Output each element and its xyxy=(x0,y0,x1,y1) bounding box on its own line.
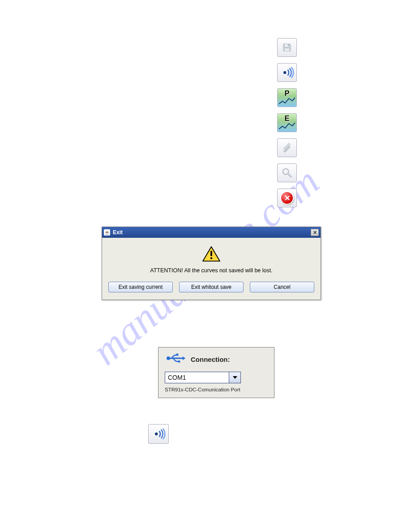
svg-rect-7 xyxy=(210,251,212,256)
connection-description: STR91x-CDC-Comunication Port xyxy=(165,387,268,392)
dialog-titlebar: ☕ Exit ✕ xyxy=(102,227,321,238)
toolbar: P E xyxy=(277,38,297,207)
chart-p-icon[interactable]: P xyxy=(277,88,297,107)
svg-point-15 xyxy=(155,433,158,435)
svg-rect-2 xyxy=(288,44,289,46)
usb-icon xyxy=(165,352,186,366)
exit-saving-button[interactable]: Exit saving current xyxy=(108,282,173,292)
broadcast-button[interactable] xyxy=(148,424,169,444)
dialog-title-text: Exit xyxy=(113,229,123,236)
chevron-down-icon xyxy=(229,372,240,383)
svg-point-13 xyxy=(178,360,180,363)
svg-marker-11 xyxy=(183,356,185,360)
chart-e-icon[interactable]: E xyxy=(277,113,297,132)
connection-label: Connection: xyxy=(191,356,230,363)
svg-point-8 xyxy=(210,257,212,259)
broadcast-icon[interactable] xyxy=(277,63,297,82)
cancel-button[interactable]: Cancel xyxy=(250,282,314,292)
com-port-select[interactable]: COM1 xyxy=(165,372,241,383)
tools-icon[interactable] xyxy=(277,138,297,157)
dialog-close-icon[interactable]: ✕ xyxy=(311,229,319,236)
com-port-value: COM1 xyxy=(165,372,229,383)
close-program-icon[interactable] xyxy=(277,189,297,207)
dialog-message: ATTENTION! All the curves not saved will… xyxy=(107,267,316,274)
search-icon[interactable] xyxy=(277,163,297,182)
svg-rect-12 xyxy=(176,354,179,356)
exit-dialog: ☕ Exit ✕ ATTENTION! All the curves not s… xyxy=(102,227,321,300)
svg-line-5 xyxy=(288,174,291,177)
svg-marker-14 xyxy=(233,376,237,379)
warning-icon xyxy=(202,246,221,262)
exit-without-save-button[interactable]: Exit whitout save xyxy=(179,282,244,292)
save-icon[interactable] xyxy=(277,38,297,57)
svg-point-3 xyxy=(283,71,286,74)
svg-rect-1 xyxy=(285,48,290,51)
connection-panel: Connection: COM1 STR91x-CDC-Comunication… xyxy=(158,347,274,398)
java-icon: ☕ xyxy=(104,229,110,236)
